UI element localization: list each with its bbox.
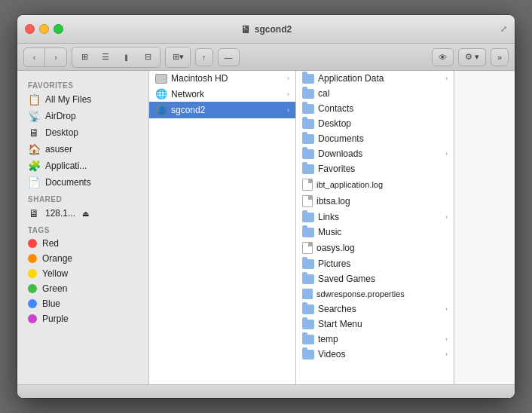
- folder-icon: [302, 350, 314, 359]
- col2-favorites[interactable]: Favorites: [296, 161, 454, 176]
- col2-application-data[interactable]: Application Data ›: [296, 71, 454, 86]
- shared-hd-icon: 🖥: [28, 207, 40, 219]
- col2-temp[interactable]: temp ›: [296, 332, 454, 347]
- folder-icon: [302, 335, 314, 344]
- col1-network[interactable]: 🌐 Network ›: [149, 86, 295, 102]
- col2-label-1: cal: [318, 88, 329, 99]
- view-arrange-button[interactable]: ⊞▾: [168, 49, 188, 66]
- red-label: Red: [42, 238, 59, 249]
- col2-label-9: Links: [318, 212, 339, 222]
- quicklook-button[interactable]: 👁: [432, 48, 454, 66]
- finder-window: 🖥 sgcond2 ⤢ ‹ › ⊞ ☰ ⫿ ⊟ ⊞▾ ↑ — 👁: [17, 15, 515, 398]
- col2-label-16: Start Menu: [318, 319, 362, 329]
- share-button[interactable]: ↑: [195, 48, 213, 66]
- settings-button[interactable]: ⚙ ▾: [458, 48, 486, 66]
- col1-label-1: Network: [171, 89, 204, 99]
- sidebar-item-tag-green[interactable]: Green: [17, 281, 148, 296]
- sidebar-item-tag-orange[interactable]: Orange: [17, 251, 148, 266]
- col2-label-8: ibtsa.log: [316, 196, 350, 206]
- hd-icon: [155, 74, 167, 84]
- col2-start-menu[interactable]: Start Menu: [296, 317, 454, 332]
- view-icon-button[interactable]: ⊞: [75, 49, 94, 66]
- folder-icon: [302, 228, 314, 237]
- col2-contacts[interactable]: Contacts: [296, 101, 454, 116]
- col2-label-14: sdwresponse.properties: [316, 289, 405, 298]
- sidebar-item-asuser[interactable]: 🏠 asuser: [17, 141, 148, 158]
- view-list-button[interactable]: ☰: [96, 49, 115, 66]
- col2-label-15: Searches: [318, 304, 356, 314]
- col2-label-4: Documents: [318, 133, 364, 144]
- expand-button[interactable]: ⤢: [500, 24, 507, 34]
- col1-sgcond2[interactable]: 👤 sgcond2 ›: [149, 102, 295, 118]
- col2-downloads[interactable]: Downloads ›: [296, 146, 454, 161]
- blue-dot: [28, 299, 37, 308]
- col2-music[interactable]: Music: [296, 225, 454, 240]
- col1-macintosh-hd[interactable]: Macintosh HD ›: [149, 71, 295, 86]
- props-icon: [302, 289, 313, 299]
- close-button[interactable]: [25, 24, 35, 34]
- sidebar-item-tag-red[interactable]: Red: [17, 236, 148, 251]
- col2-pictures[interactable]: Pictures: [296, 256, 454, 271]
- orange-label: Orange: [42, 253, 72, 264]
- col2-label-5: Downloads: [318, 148, 362, 159]
- asuser-icon: 🏠: [28, 143, 40, 155]
- airdrop-label: AirDrop: [45, 111, 76, 121]
- col2-desktop[interactable]: Desktop: [296, 116, 454, 131]
- yellow-label: Yellow: [42, 268, 68, 279]
- back-button[interactable]: ‹: [24, 48, 45, 66]
- maximize-button[interactable]: [54, 24, 63, 34]
- sidebar-item-applications[interactable]: 🧩 Applicati...: [17, 158, 148, 174]
- action-button[interactable]: —: [218, 48, 240, 66]
- view-columns-button[interactable]: ⫿: [117, 49, 136, 66]
- folder-icon: [302, 149, 314, 159]
- applications-label: Applicati...: [45, 161, 87, 171]
- chevron-icon: ›: [445, 75, 448, 82]
- sidebar-item-tag-blue[interactable]: Blue: [17, 296, 148, 311]
- shared-section-label: SHARED: [17, 191, 148, 205]
- view-coverflow-button[interactable]: ⊟: [138, 49, 157, 66]
- col2-documents[interactable]: Documents: [296, 131, 454, 146]
- sidebar-item-documents[interactable]: 📄 Documents: [17, 174, 148, 191]
- nav-buttons: ‹ ›: [23, 47, 67, 67]
- documents-label: Documents: [45, 177, 91, 188]
- folder-icon: [302, 304, 314, 314]
- gear-icon: ⚙: [465, 52, 472, 62]
- more-button[interactable]: »: [491, 48, 509, 66]
- col2-oasys-log[interactable]: oasys.log: [296, 240, 454, 256]
- col2-ibtsa-log[interactable]: ibtsa.log: [296, 193, 454, 210]
- col2-ibt-app-log[interactable]: ibt_application.log: [296, 176, 454, 193]
- col2-sdwresponse[interactable]: sdwresponse.properties: [296, 286, 454, 301]
- titlebar: 🖥 sgcond2 ⤢: [17, 15, 515, 44]
- forward-button[interactable]: ›: [45, 48, 66, 66]
- col2-cal[interactable]: cal: [296, 86, 454, 101]
- applications-icon: 🧩: [28, 160, 40, 172]
- col2-saved-games[interactable]: Saved Games: [296, 271, 454, 286]
- sidebar-item-tag-purple[interactable]: Purple: [17, 311, 148, 326]
- folder-icon: [302, 164, 314, 174]
- green-label: Green: [42, 283, 67, 294]
- content-area: FAVORITES 📋 All My Files 📡 AirDrop 🖥 Des…: [17, 71, 515, 384]
- col1-label-2: sgcond2: [171, 105, 205, 115]
- sidebar-item-desktop[interactable]: 🖥 Desktop: [17, 124, 148, 141]
- col2-searches[interactable]: Searches ›: [296, 301, 454, 317]
- eject-icon[interactable]: ⏏: [82, 210, 89, 218]
- sidebar-item-tag-yellow[interactable]: Yellow: [17, 266, 148, 281]
- desktop-label: Desktop: [45, 127, 78, 138]
- blue-label: Blue: [42, 298, 60, 309]
- col2-label-10: Music: [318, 227, 341, 237]
- red-dot: [28, 239, 37, 248]
- col2-links[interactable]: Links ›: [296, 210, 454, 225]
- sidebar-item-shared[interactable]: 🖥 128.1... ⏏: [17, 205, 148, 222]
- col2-label-17: temp: [318, 334, 338, 344]
- sidebar-item-airdrop[interactable]: 📡 AirDrop: [17, 108, 148, 124]
- column-1: Macintosh HD › 🌐 Network › 👤 sgcond2: [149, 71, 296, 384]
- eye-icon: 👁: [439, 53, 447, 62]
- sidebar-item-all-my-files[interactable]: 📋 All My Files: [17, 91, 148, 108]
- purple-dot: [28, 314, 37, 323]
- minimize-button[interactable]: [39, 24, 49, 34]
- network-icon: 🌐: [155, 88, 167, 99]
- folder-icon: [302, 74, 314, 84]
- col2-videos[interactable]: Videos ›: [296, 347, 454, 362]
- green-dot: [28, 284, 37, 293]
- sidebar: FAVORITES 📋 All My Files 📡 AirDrop 🖥 Des…: [17, 71, 149, 384]
